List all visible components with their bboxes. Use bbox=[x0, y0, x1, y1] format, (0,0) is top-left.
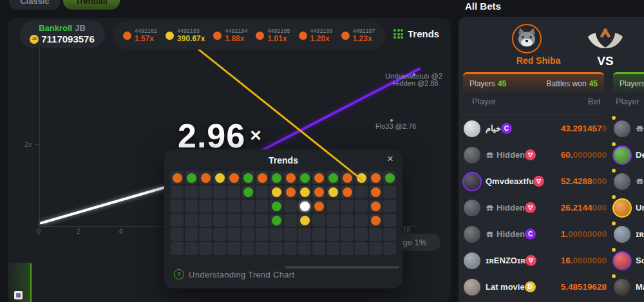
trend-cell bbox=[227, 242, 240, 255]
bet-row[interactable]: Hidden60.0000000 bbox=[464, 142, 607, 168]
trend-cell bbox=[312, 200, 325, 212]
red-team-tab[interactable]: Players45 Battles won45 bbox=[463, 72, 604, 93]
x-tick-18: 18 bbox=[402, 226, 410, 234]
trend-cell bbox=[242, 185, 254, 198]
trend-cell bbox=[185, 185, 198, 198]
bet-row[interactable]: HiddenC1.00000000 bbox=[464, 221, 607, 247]
player-header: Player bbox=[472, 97, 496, 106]
incognito-icon bbox=[486, 151, 494, 159]
result-texts: 44921841.88x bbox=[225, 28, 247, 43]
player-name: Um bbox=[636, 203, 644, 212]
bet-row[interactable]: H bbox=[611, 115, 644, 142]
trend-cell bbox=[312, 214, 325, 227]
y-axis-tick bbox=[35, 144, 39, 145]
trend-cell bbox=[341, 242, 354, 255]
avatar bbox=[464, 120, 480, 137]
avatar bbox=[614, 279, 630, 296]
bet-row[interactable]: Lat movieÐ5.48519628 bbox=[464, 274, 607, 300]
bet-row[interactable]: Mad bbox=[611, 274, 644, 300]
trend-cell bbox=[341, 185, 354, 198]
bankroll-label: BankrollJB bbox=[39, 23, 86, 33]
bet-row[interactable]: Soh bbox=[611, 247, 644, 274]
y-axis bbox=[39, 41, 40, 227]
trend-cell bbox=[341, 200, 354, 212]
trend-cell bbox=[270, 214, 283, 227]
green-accent-line bbox=[30, 263, 32, 302]
bet-row[interactable]: خيامC43.2914570 bbox=[464, 115, 607, 142]
player2-header: Player bbox=[616, 97, 639, 106]
bet-row[interactable]: Qmvdeaxtful52.4288000 bbox=[464, 168, 607, 194]
result-game-id: 4492184 bbox=[225, 28, 247, 34]
trend-cell bbox=[298, 228, 311, 241]
trend-cell bbox=[171, 214, 184, 227]
player-name: Dev bbox=[636, 150, 644, 160]
annotation-flo33: Flo33 @2.76 bbox=[375, 122, 416, 130]
trends-button[interactable]: Trends bbox=[393, 28, 439, 39]
trend-cell bbox=[199, 242, 212, 255]
tab-trenball[interactable]: Trenball bbox=[63, 0, 120, 10]
green-team-tab[interactable]: Players45 bbox=[613, 72, 644, 93]
trend-cell bbox=[369, 228, 382, 241]
coin-indicator-dot bbox=[612, 248, 616, 252]
trend-cell bbox=[242, 228, 254, 241]
trend-cell bbox=[256, 185, 269, 198]
trend-cell bbox=[327, 214, 339, 227]
trend-dot bbox=[286, 173, 296, 183]
trend-cell bbox=[213, 242, 226, 255]
trend-cell bbox=[369, 171, 382, 184]
close-icon[interactable]: × bbox=[387, 153, 393, 164]
bet-row[interactable]: ɪʀEN bbox=[611, 221, 644, 247]
trend-cell bbox=[355, 242, 368, 255]
result-game-id: 4492183 bbox=[177, 28, 205, 34]
result-game-id: 4492182 bbox=[135, 28, 157, 34]
result-texts: 4492183390.67x bbox=[177, 28, 205, 43]
trend-dot bbox=[300, 173, 310, 183]
avatar bbox=[464, 252, 480, 269]
tab-classic[interactable]: Classic bbox=[9, 0, 61, 10]
tiny-image-icon bbox=[14, 291, 23, 299]
game-result-item[interactable]: 44921871.23x bbox=[341, 28, 375, 43]
bet-row[interactable]: Hidden26.2144000 bbox=[464, 194, 607, 221]
bet-row[interactable]: ɪʀENZOɪʀ16.0000000 bbox=[464, 247, 607, 274]
bankroll-widget[interactable]: BankrollJB JB 7117093576 bbox=[19, 21, 105, 48]
trend-cell bbox=[242, 200, 254, 212]
trends-modal-title: Trends bbox=[164, 155, 402, 165]
game-result-item[interactable]: 44921861.20x bbox=[299, 28, 333, 43]
trend-dot bbox=[328, 173, 338, 183]
trend-cell bbox=[213, 200, 226, 212]
trend-cell bbox=[227, 185, 240, 198]
trend-cell bbox=[369, 242, 382, 255]
trend-dot bbox=[201, 173, 211, 183]
trend-cell bbox=[185, 242, 198, 255]
trend-cell bbox=[199, 200, 212, 212]
game-result-item[interactable]: 44921821.57x bbox=[123, 28, 157, 43]
trend-cell bbox=[355, 185, 368, 198]
trend-dot bbox=[314, 187, 324, 197]
trend-cell bbox=[256, 242, 269, 255]
bet-row[interactable]: H bbox=[611, 168, 644, 194]
trend-cell bbox=[256, 171, 269, 184]
trend-cell bbox=[171, 200, 184, 212]
game-result-item[interactable]: 44921851.01x bbox=[256, 28, 290, 43]
swords-icon bbox=[586, 28, 625, 51]
trend-cell bbox=[312, 242, 325, 255]
game-result-item[interactable]: 44921841.88x bbox=[213, 28, 247, 43]
result-multiplier: 1.23x bbox=[353, 34, 375, 43]
avatar bbox=[464, 147, 480, 164]
result-dot-icon bbox=[123, 32, 131, 40]
red-shiba-avatar bbox=[512, 24, 542, 53]
trend-cell bbox=[270, 242, 283, 255]
result-game-id: 4492186 bbox=[310, 28, 333, 34]
bet-row[interactable]: Um bbox=[611, 194, 644, 221]
horizontal-scrollbar[interactable] bbox=[285, 266, 399, 269]
bet-amount: 16.0000000 bbox=[540, 256, 607, 265]
understanding-trend-chart-link[interactable]: ? Understanding Trend Chart bbox=[174, 269, 294, 279]
trend-dot bbox=[343, 187, 352, 197]
player-name: Lat movie bbox=[486, 282, 525, 292]
trend-cell bbox=[284, 214, 297, 227]
jb-coin-icon: JB bbox=[30, 35, 39, 44]
trend-cell bbox=[369, 200, 382, 212]
trend-cell bbox=[213, 214, 226, 227]
game-result-item[interactable]: 4492183390.67x bbox=[166, 28, 205, 43]
bet-row[interactable]: Dev bbox=[611, 142, 644, 168]
